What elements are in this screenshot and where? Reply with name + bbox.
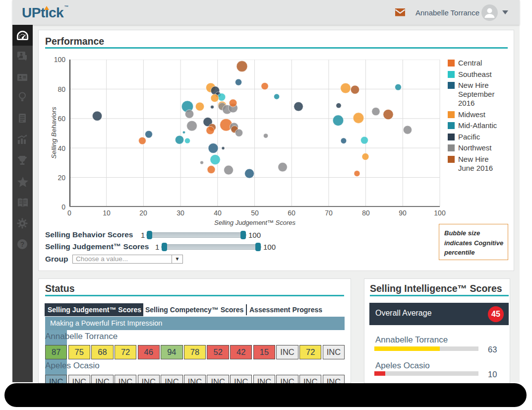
svg-text:?: ? (20, 240, 25, 248)
